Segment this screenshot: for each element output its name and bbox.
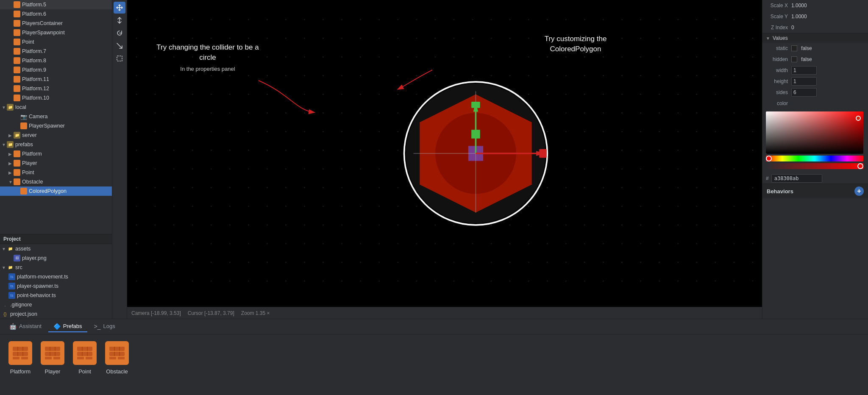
tree-item-platform10[interactable]: Platform.10 [0,93,112,103]
alpha-handle[interactable] [857,163,863,169]
prefab-player-icon [41,341,64,365]
tab-logs[interactable]: >_ Logs [89,321,120,332]
prefabs-icon: 🔷 [53,323,61,330]
tree-item-platform12[interactable]: Platform.12 [0,84,112,93]
tree-item-colored-polygon[interactable]: ColoredPolygon [0,186,112,196]
tree-item-playerspawner[interactable]: PlayerSpawner [0,121,112,131]
folder-icon: 📁 [7,264,14,271]
node-icon [14,150,20,157]
zoom-level: Zoom 1.35 × [241,310,270,316]
tree-item-local[interactable]: ▼ 📁 local [0,103,112,112]
tree-item-camera[interactable]: 📷 Camera [0,112,112,121]
svg-rect-28 [45,357,52,359]
color-gradient[interactable] [766,111,863,154]
height-input[interactable] [791,77,817,86]
tree-item-platform8[interactable]: Platform.8 [0,56,112,65]
svg-rect-21 [21,357,28,359]
ts-icon: ts [8,292,15,299]
prefab-item-point[interactable]: Point [73,341,97,375]
static-value: false [791,45,865,52]
tree-item-point[interactable]: Point [0,37,112,47]
scale-x-label: Scale X [766,3,791,8]
tree-label: Camera [29,114,47,120]
folder-icon: 📁 [14,132,20,139]
tree-item-platform11[interactable]: Platform.11 [0,75,112,84]
prefab-item-obstacle[interactable]: Obstacle [105,341,129,375]
prefab-point-label: Point [78,368,91,375]
tree-item-point-prefab[interactable]: ▶ Point [0,168,112,177]
git-icon: . [2,301,8,308]
tree-label: Obstacle [22,179,43,185]
tree-label: Platform.10 [22,95,49,101]
tree-item-obstacle[interactable]: ▼ Obstacle [0,177,112,186]
tree-item-playerscontainer[interactable]: PlayersContainer [0,19,112,28]
svg-rect-18 [13,347,28,351]
behaviors-header: Behaviors + [762,184,868,198]
tree-label: Point [22,39,34,45]
color-gradient-handle[interactable] [856,116,861,121]
alpha-bar[interactable] [766,163,863,169]
json-icon: {} [2,311,8,317]
svg-rect-44 [109,357,116,359]
static-checkbox[interactable] [791,45,797,51]
tab-assistant[interactable]: 🤖 Assistant [4,321,47,332]
svg-rect-29 [53,357,60,359]
hidden-checkbox[interactable] [791,56,797,62]
tree-item-platform9[interactable]: Platform.9 [0,65,112,75]
tree-item-platform7[interactable]: Platform.7 [0,47,112,56]
node-icon [14,39,20,45]
tool-select-button[interactable] [114,53,125,64]
sides-input[interactable] [791,88,817,97]
node-icon [20,188,27,195]
camera-pos: Camera [-18.99, 3.53] [131,310,181,316]
hidden-value: false [791,56,865,63]
prefab-item-player[interactable]: Player [41,341,64,375]
tree-item-server[interactable]: ▶ 📁 server [0,131,112,140]
tree-item-src[interactable]: ▼ 📁 src [0,263,112,272]
prefab-player-label: Player [45,368,61,375]
tree-label: PlayerSpawner [29,123,65,129]
values-section-header[interactable]: ▼ Values [762,33,868,43]
image-icon: 🖼 [14,255,20,261]
add-behavior-button[interactable]: + [854,186,864,196]
tool-scale-button[interactable] [114,40,125,52]
tree-label: Player [22,160,37,166]
tree-item-platform-prefab[interactable]: ▶ Platform [0,149,112,159]
tree-label: Platform.5 [22,2,46,8]
tree-label: player.png [22,255,47,261]
tree-item-platform-movement[interactable]: ts platform-movement.ts [0,272,112,281]
color-hex-input[interactable] [771,174,822,183]
tree-label: ColoredPolygon [29,188,67,194]
hue-handle[interactable] [766,156,772,161]
tool-translate-button[interactable] [114,14,125,26]
node-icon [14,169,20,176]
sides-row: sides [762,87,868,98]
tree-item-project-json[interactable]: {} project.json [0,309,112,319]
tree-label: Platform.6 [22,11,46,17]
folder-icon: 📁 [7,104,14,111]
static-row: static false [762,43,868,54]
tree-item-platform5[interactable]: Platform.5 [0,0,112,9]
project-header: Project [0,234,112,244]
node-icon [14,67,20,73]
svg-rect-45 [118,357,125,359]
node-icon [14,20,20,27]
tree-item-player-spawner[interactable]: ts player-spawner.ts [0,281,112,291]
hue-bar[interactable] [766,156,863,161]
tree-item-platform6[interactable]: Platform.6 [0,9,112,19]
tab-prefabs[interactable]: 🔷 Prefabs [48,321,87,332]
tree-item-point-behavior[interactable]: ts point-behavior.ts [0,291,112,300]
tree-item-playerspawnpoint[interactable]: PlayerSpawnpoint [0,28,112,37]
tree-item-prefabs[interactable]: ▼ 📁 prefabs [0,140,112,149]
tree-label: PlayerSpawnpoint [22,30,65,36]
tool-rotate-button[interactable] [114,27,125,39]
tree-item-gitignore[interactable]: . .gitignore [0,300,112,309]
color-hex-label: # [766,175,769,181]
tree-item-player-prefab[interactable]: ▶ Player [0,159,112,168]
tree-item-player-png[interactable]: 🖼 player.png [0,253,112,263]
width-input[interactable] [791,66,817,75]
hidden-text: false [801,56,812,62]
tree-item-assets[interactable]: ▼ 📁 assets [0,244,112,253]
tool-move-button[interactable] [114,2,125,14]
prefab-item-platform[interactable]: Platform [8,341,32,375]
